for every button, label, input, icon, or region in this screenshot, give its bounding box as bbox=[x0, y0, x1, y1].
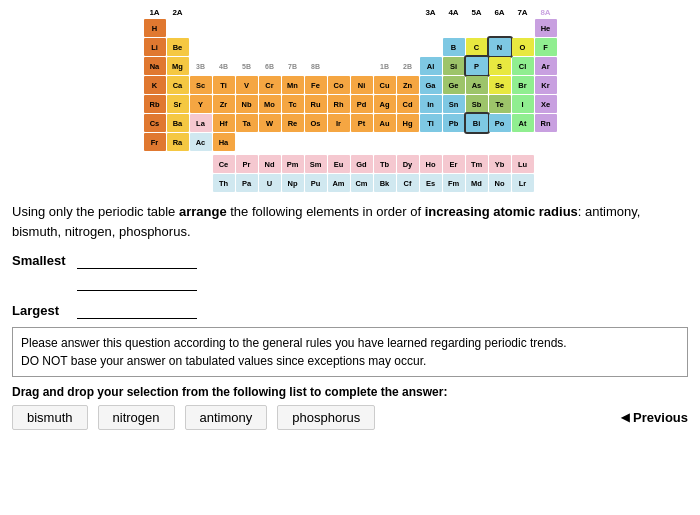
element-Sr: Sr bbox=[167, 95, 189, 113]
element-At: At bbox=[512, 114, 534, 132]
smallest-row: Smallest bbox=[12, 251, 688, 269]
empty: 8B bbox=[305, 57, 327, 75]
note-line2: DO NOT base your answer on tabulated val… bbox=[21, 352, 679, 370]
element-Lr: Lr bbox=[512, 174, 534, 192]
previous-button[interactable]: Previous bbox=[621, 410, 688, 425]
note-line1: Please answer this question according to… bbox=[21, 334, 679, 352]
element-Ge: Ge bbox=[443, 76, 465, 94]
empty bbox=[167, 19, 189, 37]
element-Cm: Cm bbox=[351, 174, 373, 192]
element-Yb: Yb bbox=[489, 155, 511, 173]
element-No: No bbox=[489, 174, 511, 192]
empty: 4B bbox=[213, 57, 235, 75]
element-Er: Er bbox=[443, 155, 465, 173]
empty bbox=[328, 57, 350, 75]
extra-row bbox=[12, 273, 688, 291]
element-Ho: Ho bbox=[420, 155, 442, 173]
empty: 2B bbox=[397, 57, 419, 75]
element-Sb: Sb bbox=[466, 95, 488, 113]
element-Zr: Zr bbox=[213, 95, 235, 113]
element-Ru: Ru bbox=[305, 95, 327, 113]
element-Na: Na bbox=[144, 57, 166, 75]
element-Re: Re bbox=[282, 114, 304, 132]
page-container: 1A 2A 3A 4A 5A 6A 7A 8A H bbox=[0, 0, 700, 438]
answer-section: Smallest Largest bbox=[12, 251, 688, 319]
largest-label: Largest bbox=[12, 303, 77, 318]
largest-answer-line[interactable] bbox=[77, 301, 197, 319]
empty bbox=[305, 19, 327, 37]
element-Be: Be bbox=[167, 38, 189, 56]
element-Li: Li bbox=[144, 38, 166, 56]
element-C: C bbox=[466, 38, 488, 56]
empty bbox=[420, 38, 442, 56]
element-U: U bbox=[259, 174, 281, 192]
element-Dy: Dy bbox=[397, 155, 419, 173]
element-Ag: Ag bbox=[374, 95, 396, 113]
element-Ta: Ta bbox=[236, 114, 258, 132]
empty bbox=[236, 38, 258, 56]
element-Mn: Mn bbox=[282, 76, 304, 94]
empty: 1B bbox=[374, 57, 396, 75]
element-Eu: Eu bbox=[328, 155, 350, 173]
element-Pr: Pr bbox=[236, 155, 258, 173]
element-W: W bbox=[259, 114, 281, 132]
element-N: N bbox=[489, 38, 511, 56]
empty bbox=[213, 38, 235, 56]
element-Pm: Pm bbox=[282, 155, 304, 173]
element-Pa: Pa bbox=[236, 174, 258, 192]
empty bbox=[512, 19, 534, 37]
empty bbox=[282, 38, 304, 56]
element-Pt: Pt bbox=[351, 114, 373, 132]
drag-item-phosphorus[interactable]: phosphorus bbox=[277, 405, 375, 430]
element-K: K bbox=[144, 76, 166, 94]
element-Ce: Ce bbox=[213, 155, 235, 173]
empty bbox=[213, 19, 235, 37]
increasing-label: increasing atomic radius bbox=[425, 204, 578, 219]
element-Hg: Hg bbox=[397, 114, 419, 132]
element-Co: Co bbox=[328, 76, 350, 94]
empty bbox=[328, 19, 350, 37]
element-Fe: Fe bbox=[305, 76, 327, 94]
empty bbox=[374, 19, 396, 37]
element-Am: Am bbox=[328, 174, 350, 192]
element-Fr: Fr bbox=[144, 133, 166, 151]
extra-answer-line[interactable] bbox=[77, 273, 197, 291]
element-S: S bbox=[489, 57, 511, 75]
element-F: F bbox=[535, 38, 557, 56]
element-Sn: Sn bbox=[443, 95, 465, 113]
drag-item-nitrogen[interactable]: nitrogen bbox=[98, 405, 175, 430]
element-Ir: Ir bbox=[328, 114, 350, 132]
element-Se: Se bbox=[489, 76, 511, 94]
empty bbox=[282, 19, 304, 37]
element-Sm: Sm bbox=[305, 155, 327, 173]
element-Ba: Ba bbox=[167, 114, 189, 132]
element-Pd: Pd bbox=[351, 95, 373, 113]
element-Y: Y bbox=[190, 95, 212, 113]
element-Mg: Mg bbox=[167, 57, 189, 75]
element-Ga: Ga bbox=[420, 76, 442, 94]
drag-item-bismuth[interactable]: bismuth bbox=[12, 405, 88, 430]
element-Gd: Gd bbox=[351, 155, 373, 173]
element-Cd: Cd bbox=[397, 95, 419, 113]
note-box: Please answer this question according to… bbox=[12, 327, 688, 377]
smallest-answer-line[interactable] bbox=[77, 251, 197, 269]
element-Po: Po bbox=[489, 114, 511, 132]
empty bbox=[443, 19, 465, 37]
element-Tc: Tc bbox=[282, 95, 304, 113]
element-Ca: Ca bbox=[167, 76, 189, 94]
element-Bk: Bk bbox=[374, 174, 396, 192]
element-Rn: Rn bbox=[535, 114, 557, 132]
element-Au: Au bbox=[374, 114, 396, 132]
empty bbox=[397, 19, 419, 37]
element-Lu: Lu bbox=[512, 155, 534, 173]
smallest-label: Smallest bbox=[12, 253, 77, 268]
drag-item-antimony[interactable]: antimony bbox=[185, 405, 268, 430]
element-Ni: Ni bbox=[351, 76, 373, 94]
empty bbox=[351, 19, 373, 37]
element-Cr: Cr bbox=[259, 76, 281, 94]
periodic-table-wrapper: 1A 2A 3A 4A 5A 6A 7A 8A H bbox=[12, 8, 688, 192]
element-Zn: Zn bbox=[397, 76, 419, 94]
empty bbox=[489, 19, 511, 37]
empty bbox=[190, 19, 212, 37]
drag-instruction: Drag and drop your selection from the fo… bbox=[12, 385, 688, 399]
